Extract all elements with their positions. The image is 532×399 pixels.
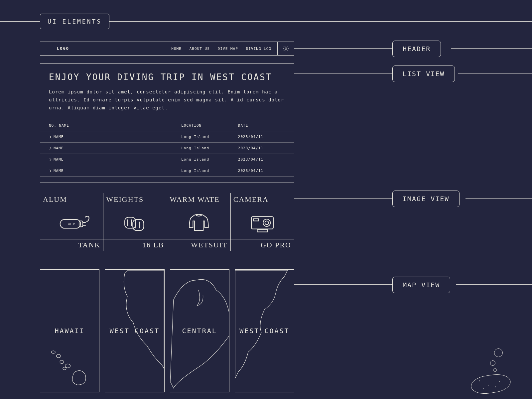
card-top-label: WEIGHTS	[103, 193, 167, 206]
logo[interactable]: LOGO	[57, 46, 69, 51]
map-label: HAWAII	[55, 327, 85, 335]
row-date: 2023/04/11	[238, 157, 285, 162]
gear-card-wetsuit[interactable]: WARM WATE WETSUIT	[167, 193, 231, 251]
gear-card-weights[interactable]: WEIGHTS 16 LB	[103, 193, 167, 251]
bubble-icon	[494, 348, 503, 357]
nav: HOME ABOUT US DIVE MAP DIVING LOG	[171, 47, 271, 51]
svg-rect-13	[253, 218, 258, 221]
row-location: Long Island	[181, 135, 238, 139]
bubble-icon	[493, 368, 497, 372]
connector-line	[456, 284, 532, 285]
row-date: 2023/04/11	[238, 135, 285, 139]
nav-about[interactable]: ABOUT US	[190, 47, 210, 51]
svg-point-0	[285, 48, 287, 50]
header-demo: LOGO HOME ABOUT US DIVE MAP DIVING LOG	[40, 42, 294, 56]
svg-rect-5	[133, 219, 144, 230]
map-label: CENTRAL	[182, 327, 217, 335]
row-name: NAME	[54, 146, 64, 150]
sponge-icon	[470, 372, 512, 396]
section-label-header: HEADER	[392, 41, 441, 57]
gear-card-tank[interactable]: ALUM ALUM TANK	[40, 193, 103, 251]
svg-point-11	[263, 219, 270, 226]
dot-icon	[483, 388, 484, 389]
col-date: DATE	[238, 123, 285, 128]
section-label-map: MAP VIEW	[392, 277, 450, 293]
card-top-label: CAMERA	[231, 193, 294, 206]
connector-line	[294, 48, 392, 49]
row-location: Long Island	[181, 157, 238, 162]
chevron-right-icon	[49, 136, 51, 138]
map-view-demo: HAWAII WEST COAST CENTRAL WEST COAST	[40, 269, 294, 392]
connector-line	[294, 73, 392, 73]
svg-text:ALUM: ALUM	[68, 222, 75, 225]
settings-button[interactable]	[277, 42, 294, 55]
card-bot-label: 16 LB	[103, 239, 167, 251]
image-view-demo: ALUM ALUM TANK WEIGHTS 16 LB WARM WATE W…	[40, 193, 294, 251]
map-card-hawaii[interactable]: HAWAII	[40, 269, 99, 392]
svg-point-18	[65, 364, 70, 368]
dot-icon	[479, 380, 480, 381]
card-top-label: ALUM	[40, 193, 103, 206]
chevron-right-icon	[49, 147, 51, 150]
map-label: WEST COAST	[239, 327, 289, 335]
section-label-list: LIST VIEW	[392, 66, 455, 82]
nav-diving-log[interactable]: DIVING LOG	[246, 47, 271, 51]
row-date: 2023/04/11	[238, 146, 285, 150]
card-bot-label: TANK	[40, 239, 103, 251]
svg-point-12	[265, 221, 269, 224]
list-table: NO. NAME LOCATION DATE NAME Long Island …	[40, 120, 294, 183]
map-card-west-coast[interactable]: WEST COAST	[105, 269, 164, 392]
map-label: WEST COAST	[110, 327, 160, 335]
camera-icon	[244, 209, 281, 236]
table-row[interactable]: NAME Long Island 2023/04/11	[40, 143, 294, 154]
connector-line	[451, 48, 532, 49]
gear-icon	[283, 45, 289, 52]
table-row[interactable]: NAME Long Island 2023/04/11	[40, 131, 294, 143]
svg-point-17	[60, 360, 64, 364]
row-date: 2023/04/11	[238, 169, 285, 173]
connector-line	[466, 198, 532, 199]
row-location: Long Island	[181, 146, 238, 150]
connector-line	[294, 198, 392, 199]
card-bot-label: WETSUIT	[167, 239, 230, 251]
map-card-east-coast[interactable]: WEST COAST	[235, 269, 294, 392]
table-row[interactable]: NAME Long Island 2023/04/11	[40, 154, 294, 165]
card-top-label: WARM WATE	[167, 193, 230, 206]
row-name: NAME	[54, 169, 64, 173]
gear-card-camera[interactable]: CAMERA GO PRO	[230, 193, 294, 251]
bubble-icon	[490, 360, 495, 366]
row-name: NAME	[54, 157, 64, 162]
list-title: ENJOY YOUR DIVING TRIP IN WEST COAST	[49, 72, 285, 82]
row-name: NAME	[54, 135, 64, 139]
list-view-demo: ENJOY YOUR DIVING TRIP IN WEST COAST Lor…	[40, 63, 294, 183]
weights-icon	[117, 209, 153, 236]
col-no-name: NO. NAME	[49, 123, 181, 128]
svg-point-15	[51, 351, 55, 353]
chevron-right-icon	[49, 158, 51, 161]
list-body: Lorem ipsum dolor sit amet, consectetur …	[49, 88, 285, 112]
wetsuit-icon	[181, 209, 217, 236]
table-row[interactable]: NAME Long Island 2023/04/11	[40, 165, 294, 177]
connector-line	[294, 284, 392, 285]
dot-icon	[488, 385, 489, 386]
svg-rect-4	[125, 217, 136, 228]
row-location: Long Island	[181, 169, 238, 173]
svg-rect-14	[257, 229, 267, 232]
col-location: LOCATION	[181, 123, 238, 128]
page-title-chip: UI ELEMENTS	[40, 14, 109, 29]
dot-icon	[499, 381, 500, 382]
connector-line	[458, 73, 532, 73]
nav-home[interactable]: HOME	[171, 47, 182, 51]
tank-icon: ALUM	[54, 209, 90, 236]
map-card-central[interactable]: CENTRAL	[170, 269, 229, 392]
section-label-image: IMAGE VIEW	[392, 191, 460, 207]
dot-icon	[495, 386, 496, 387]
table-header-row: NO. NAME LOCATION DATE	[40, 120, 294, 131]
svg-point-19	[63, 367, 66, 370]
nav-dive-map[interactable]: DIVE MAP	[218, 47, 238, 51]
svg-point-16	[56, 354, 61, 358]
card-bot-label: GO PRO	[231, 239, 294, 251]
chevron-right-icon	[49, 170, 51, 172]
